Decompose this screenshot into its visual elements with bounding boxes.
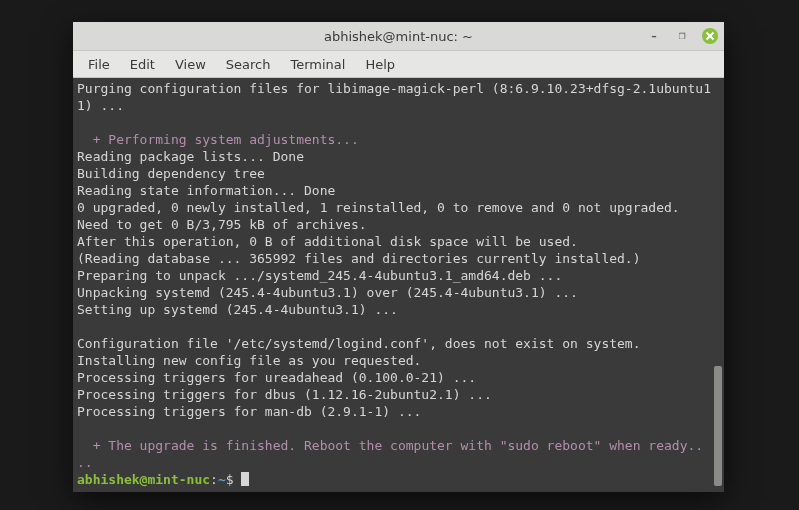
menu-file[interactable]: File xyxy=(79,55,119,74)
menu-help[interactable]: Help xyxy=(356,55,404,74)
output-line: After this operation, 0 B of additional … xyxy=(77,234,578,249)
output-line: Setting up systemd (245.4-4ubuntu3.1) ..… xyxy=(77,302,398,317)
output-line: (Reading database ... 365992 files and d… xyxy=(77,251,641,266)
close-button[interactable] xyxy=(702,28,718,44)
terminal-viewport[interactable]: Purging configuration files for libimage… xyxy=(73,78,724,492)
output-heading: + The upgrade is finished. Reboot the co… xyxy=(77,438,703,453)
output-line: Need to get 0 B/3,795 kB of archives. xyxy=(77,217,367,232)
output-line: Preparing to unpack .../systemd_245.4-4u… xyxy=(77,268,562,283)
output-line: Unpacking systemd (245.4-4ubuntu3.1) ove… xyxy=(77,285,578,300)
prompt-sep: : xyxy=(210,472,218,487)
output-line: Processing triggers for dbus (1.12.16-2u… xyxy=(77,387,492,402)
menu-terminal[interactable]: Terminal xyxy=(281,55,354,74)
output-line: Reading state information... Done xyxy=(77,183,335,198)
menubar: File Edit View Search Terminal Help xyxy=(73,51,724,78)
output-line: Processing triggers for man-db (2.9.1-1)… xyxy=(77,404,421,419)
window-controls xyxy=(646,22,718,50)
window-title: abhishek@mint-nuc: ~ xyxy=(324,29,473,44)
output-line: Processing triggers for ureadahead (0.10… xyxy=(77,370,476,385)
scrollbar[interactable] xyxy=(714,82,722,488)
minimize-button[interactable] xyxy=(646,28,662,44)
menu-view[interactable]: View xyxy=(166,55,215,74)
output-line: Installing new config file as you reques… xyxy=(77,353,421,368)
prompt-path: ~ xyxy=(218,472,226,487)
prompt-user-host: abhishek@mint-nuc xyxy=(77,472,210,487)
output-line: Reading package lists... Done xyxy=(77,149,304,164)
menu-edit[interactable]: Edit xyxy=(121,55,164,74)
cursor-icon xyxy=(241,472,249,486)
output-line: Purging configuration files for libimage… xyxy=(77,81,711,113)
prompt-dollar: $ xyxy=(226,472,242,487)
titlebar[interactable]: abhishek@mint-nuc: ~ xyxy=(73,22,724,51)
output-line: 0 upgraded, 0 newly installed, 1 reinsta… xyxy=(77,200,680,215)
menu-search[interactable]: Search xyxy=(217,55,280,74)
output-heading: + Performing system adjustments... xyxy=(77,132,359,147)
terminal-window: abhishek@mint-nuc: ~ File Edit View Sear… xyxy=(73,22,724,492)
output-heading: .. xyxy=(77,455,93,470)
output-line: Configuration file '/etc/systemd/logind.… xyxy=(77,336,641,351)
output-line: Building dependency tree xyxy=(77,166,265,181)
maximize-button[interactable] xyxy=(674,28,690,44)
terminal-output[interactable]: Purging configuration files for libimage… xyxy=(77,80,712,488)
scrollbar-thumb[interactable] xyxy=(714,366,722,486)
